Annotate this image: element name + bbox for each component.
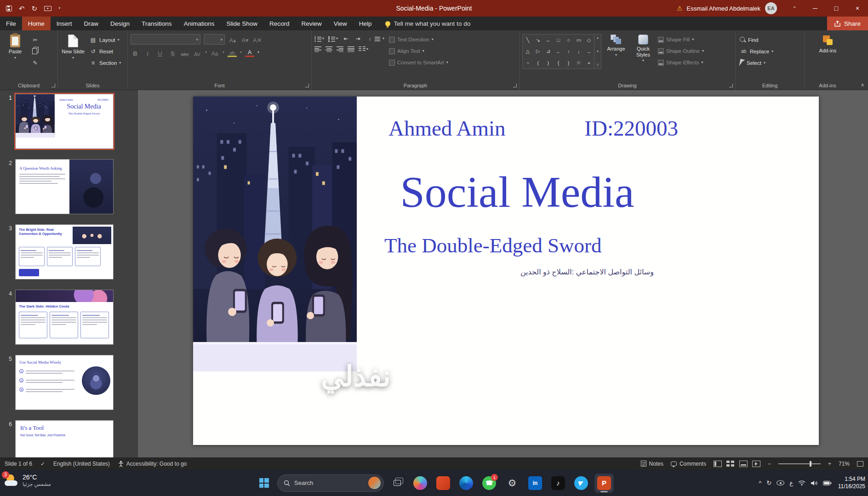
warning-icon[interactable]: ⚠ xyxy=(677,5,683,12)
accessibility-checker[interactable]: Accessibility: Good to go xyxy=(118,461,187,467)
zoom-slider-thumb[interactable] xyxy=(810,461,811,467)
maximize-button[interactable]: □ xyxy=(826,0,847,17)
wifi-icon[interactable] xyxy=(798,480,805,486)
slide-thumbnail-5[interactable]: Use Social Media Wisely 1 2 3 xyxy=(15,355,114,410)
sync-icon[interactable]: ↻ xyxy=(766,479,771,486)
zoom-level[interactable]: 71% xyxy=(839,461,850,467)
character-spacing-button[interactable]: AV xyxy=(193,48,202,57)
section-button[interactable]: ≡Section▾ xyxy=(88,58,122,68)
slide-thumbnail-4[interactable]: The Dark Side: Hidden Costs xyxy=(15,290,114,345)
numbering-button[interactable]: ▾ xyxy=(328,36,338,42)
arrange-button[interactable]: Arrange ▾ xyxy=(604,33,628,80)
new-slide-button[interactable]: New Slide ▾ xyxy=(61,33,86,80)
zoom-slider[interactable] xyxy=(778,463,821,464)
slide-thumbnail-6[interactable]: It's a Tool Not Good. Not Bad. Just Powe… xyxy=(15,420,114,457)
shapes-gallery-scroll[interactable]: ▴▾▽ xyxy=(594,34,601,68)
italic-button[interactable]: I xyxy=(143,48,152,57)
tab-home[interactable]: Home xyxy=(22,17,51,30)
convert-to-smartart-button[interactable]: Convert to SmartArt▾ xyxy=(389,58,448,67)
copilot-button[interactable] xyxy=(411,473,430,493)
line-spacing-button[interactable]: ↕▾ xyxy=(366,35,384,42)
tab-review[interactable]: Review xyxy=(296,17,328,30)
shape-fill-button[interactable]: Shape Fill▾ xyxy=(658,35,704,44)
account-user-name[interactable]: Essmail Ahmed Abdelmalek xyxy=(687,5,760,12)
normal-view-button[interactable] xyxy=(714,461,722,467)
paragraph-dialog-launcher-icon[interactable] xyxy=(513,84,517,87)
slide-thumbnail-3[interactable]: The Bright Side: Real Connection & Oppor… xyxy=(15,224,114,279)
tab-draw[interactable]: Draw xyxy=(78,17,105,30)
increase-indent-button[interactable]: ⇥ xyxy=(354,35,362,42)
clipboard-dialog-launcher-icon[interactable] xyxy=(51,84,55,87)
add-ins-button[interactable]: Add-ins xyxy=(816,33,840,80)
columns-button[interactable]: ▾ xyxy=(359,46,368,52)
bold-button[interactable]: B xyxy=(131,48,140,57)
align-left-button[interactable] xyxy=(314,46,321,52)
tab-view[interactable]: View xyxy=(328,17,353,30)
settings-button[interactable]: ⚙ xyxy=(503,473,522,493)
align-right-button[interactable] xyxy=(337,46,343,52)
zoom-in-button[interactable]: + xyxy=(828,461,831,467)
font-color-button[interactable]: A xyxy=(245,48,254,57)
tab-insert[interactable]: Insert xyxy=(51,17,78,30)
clear-formatting-button[interactable]: A✕ xyxy=(253,35,262,44)
justify-button[interactable] xyxy=(348,46,354,52)
author-text-box[interactable]: Ahmed Amin ID:220003 xyxy=(388,116,678,141)
taskbar-search[interactable]: Search xyxy=(277,474,384,492)
account-avatar[interactable]: EA xyxy=(765,2,777,14)
text-direction-button[interactable]: Text Direction▾ xyxy=(389,35,448,44)
cut-button[interactable]: ✂ xyxy=(30,35,40,45)
tell-me-box[interactable]: Tell me what you want to do xyxy=(385,17,471,30)
volume-icon[interactable] xyxy=(811,480,818,486)
align-text-button[interactable]: Align Text▾ xyxy=(389,46,448,56)
powerpoint-taskbar-button[interactable]: P xyxy=(594,473,614,493)
tab-animations[interactable]: Animations xyxy=(178,17,221,30)
copy-button[interactable] xyxy=(30,46,40,56)
zoom-out-button[interactable]: − xyxy=(768,461,771,467)
start-from-beginning-icon[interactable]: ▸ xyxy=(44,6,51,11)
slideshow-view-button[interactable] xyxy=(752,461,760,467)
linkedin-button[interactable]: in xyxy=(525,473,545,493)
drawing-dialog-launcher-icon[interactable] xyxy=(729,84,733,87)
redo-icon[interactable]: ↻ xyxy=(32,5,38,12)
tab-slide-show[interactable]: Slide Show xyxy=(220,17,263,30)
minimize-button[interactable]: ─ xyxy=(805,0,826,17)
underline-button[interactable]: U xyxy=(155,48,165,57)
share-button[interactable]: Share xyxy=(827,17,868,30)
notes-button[interactable]: Notes xyxy=(641,461,663,467)
paste-button[interactable]: Paste ▾ xyxy=(3,33,28,80)
customize-qat-icon[interactable]: ▾ xyxy=(58,6,60,10)
start-button[interactable] xyxy=(254,473,274,493)
tab-design[interactable]: Design xyxy=(104,17,136,30)
privacy-eye-icon[interactable] xyxy=(777,480,784,485)
replace-button[interactable]: abReplace▾ xyxy=(738,46,775,56)
text-shadow-button[interactable]: S xyxy=(168,48,177,57)
tab-record[interactable]: Record xyxy=(263,17,296,30)
slide-sorter-view-button[interactable] xyxy=(726,461,735,467)
format-painter-button[interactable]: ✎ xyxy=(30,58,40,68)
slide-thumbnail-2[interactable]: A Question Worth Asking xyxy=(15,159,114,214)
tab-file[interactable]: File xyxy=(0,17,22,30)
telegram-button[interactable] xyxy=(571,473,591,493)
tab-help[interactable]: Help xyxy=(353,17,378,30)
collapse-ribbon-icon[interactable]: ∧ xyxy=(861,82,864,88)
shrink-font-button[interactable]: A▾ xyxy=(240,35,250,44)
quick-styles-button[interactable]: Quick Styles ▾ xyxy=(631,33,656,80)
shape-outline-button[interactable]: Shape Outline▾ xyxy=(658,46,704,56)
whatsapp-button[interactable]: ☎1 xyxy=(480,473,499,493)
edge-button[interactable] xyxy=(457,473,476,493)
current-slide[interactable]: Ahmed Amin ID:220003 Social Media The Do… xyxy=(193,97,819,445)
find-button[interactable]: Find xyxy=(738,35,775,45)
spellcheck-icon[interactable]: ✓ xyxy=(40,461,45,467)
slide-arabic-caption[interactable]: وسائل التواصل الاجتماعي :السلاح ذو الحدي… xyxy=(487,268,654,276)
reset-button[interactable]: ↺Reset xyxy=(88,46,122,56)
slide-thumbnail-1[interactable]: Ahmed AminID:220003 Social Media The Dou… xyxy=(15,94,114,149)
strikethrough-button[interactable]: abc xyxy=(180,48,189,57)
input-language-indicator[interactable]: ع xyxy=(789,479,793,486)
battery-icon[interactable] xyxy=(823,481,832,485)
slide-subtitle[interactable]: The Double-Edged Sword xyxy=(384,234,601,257)
microsoft-365-button[interactable] xyxy=(434,473,453,493)
grow-font-button[interactable]: A▴ xyxy=(228,35,237,44)
shapes-gallery[interactable]: ╲↘↔□○▭◇ △▷⊿←↑↓→ ~(){}☆+ ▴▾▽ xyxy=(522,34,601,69)
close-button[interactable]: × xyxy=(847,0,868,17)
ribbon-display-options-icon[interactable]: ⌃ xyxy=(784,0,805,17)
